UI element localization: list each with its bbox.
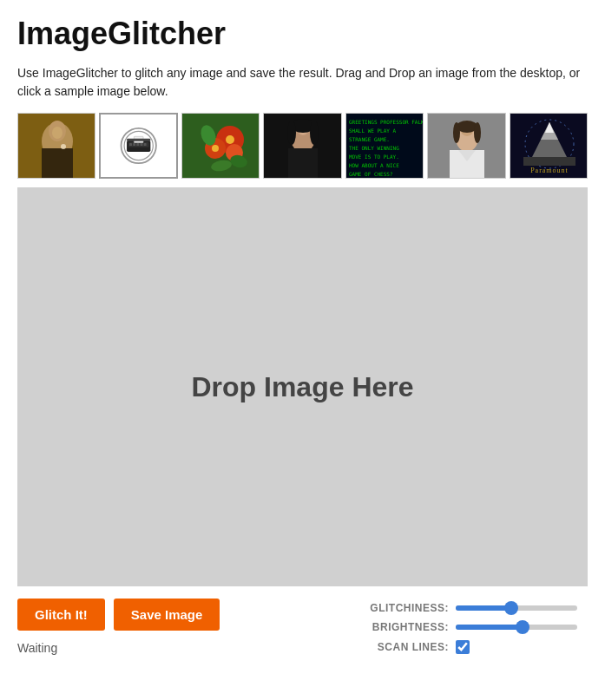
brightness-fill [456,625,523,630]
btn-row: Glitch It! Save Image [17,599,220,631]
svg-text:HOW ABOUT A NICE: HOW ABOUT A NICE [349,162,399,168]
svg-rect-5 [18,114,95,179]
sample-thumb-2[interactable] [99,113,177,179]
svg-rect-13 [136,143,139,146]
svg-rect-12 [133,143,135,146]
brightness-label: BRIGHTNESS: [362,621,449,633]
svg-text:Paramount: Paramount [530,167,569,174]
sliders-col: GLITCHINESS: BRIGHTNESS: SCAN LINES: [362,599,588,654]
sample-thumb-3[interactable] [181,113,260,179]
svg-point-50 [474,122,481,143]
save-button[interactable]: Save Image [114,599,220,631]
sample-thumb-6[interactable] [427,113,505,179]
svg-point-6 [61,144,66,149]
svg-text:GAME OF CHESS?: GAME OF CHESS? [349,171,393,177]
sample-thumb-4[interactable] [263,113,341,179]
controls-row: Glitch It! Save Image Waiting GLITCHINES… [17,599,588,655]
svg-text:THE ONLY WINNING: THE ONLY WINNING [349,145,399,151]
sample-thumb-5[interactable]: GREETINGS PROFESSOR FALKEN SHALL WE PLAY… [345,113,424,179]
sample-thumb-7[interactable]: Paramount [510,113,588,179]
svg-rect-30 [288,148,318,179]
scanlines-label: SCAN LINES: [362,641,449,653]
svg-point-34 [310,121,319,145]
drop-zone[interactable]: Drop Image Here [17,187,588,586]
brightness-row: BRIGHTNESS: [362,621,588,633]
sample-thumb-1[interactable] [17,113,95,179]
svg-text:SHALL WE PLAY A: SHALL WE PLAY A [349,128,397,134]
svg-point-49 [453,122,460,143]
svg-text:MOVE IS TO PLAY.: MOVE IS TO PLAY. [349,154,399,160]
glitch-button[interactable]: Glitch It! [17,599,105,631]
glitchiness-track[interactable] [456,605,577,611]
svg-point-26 [212,145,219,152]
svg-point-33 [287,121,296,145]
glitchiness-row: GLITCHINESS: [362,602,588,614]
scanlines-checkbox[interactable] [456,640,470,654]
svg-point-25 [226,135,234,144]
scanlines-row: SCAN LINES: [362,640,588,654]
brightness-thumb[interactable] [516,620,529,634]
glitchiness-label: GLITCHINESS: [362,602,449,614]
svg-text:GREETINGS PROFESSOR FALKEN: GREETINGS PROFESSOR FALKEN [349,119,424,125]
svg-rect-15 [143,143,146,146]
brightness-track[interactable] [456,625,577,630]
status-text: Waiting [17,641,220,655]
glitchiness-fill [456,605,511,611]
svg-rect-14 [140,143,142,146]
svg-rect-17 [127,139,150,141]
app-description: Use ImageGlitcher to glitch any image an… [17,64,588,101]
buttons-col: Glitch It! Save Image Waiting [17,599,220,655]
app-title: ImageGlitcher [17,16,588,52]
svg-rect-11 [129,143,132,146]
sample-images-row: GREETINGS PROFESSOR FALKEN SHALL WE PLAY… [17,113,588,179]
svg-text:STRANGE GAME.: STRANGE GAME. [349,136,390,142]
svg-rect-56 [523,157,575,166]
glitchiness-thumb[interactable] [504,601,518,615]
drop-zone-text: Drop Image Here [191,371,413,403]
